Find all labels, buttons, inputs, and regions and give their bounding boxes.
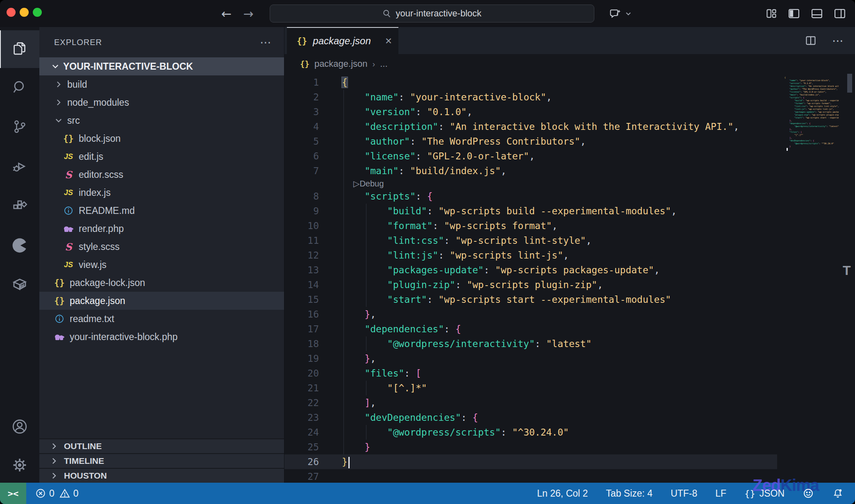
tab-package-json[interactable]: {} package.json × xyxy=(287,27,398,54)
code-line-22[interactable]: 22 ], xyxy=(284,395,777,410)
code-line-21[interactable]: 21 "[^.]*" xyxy=(284,381,777,395)
split-editor-icon[interactable] xyxy=(805,35,816,46)
tree-item-node-modules[interactable]: node_modules xyxy=(39,93,284,111)
circle-extension-icon[interactable] xyxy=(11,236,29,254)
tree-item-edit-js[interactable]: JSedit.js xyxy=(39,148,284,166)
breadcrumb-more[interactable]: ... xyxy=(380,59,387,69)
accounts-icon[interactable] xyxy=(11,418,29,436)
code-line-27[interactable]: 27 xyxy=(284,469,777,483)
chevron-down-icon[interactable] xyxy=(625,10,632,17)
line-number: 1 xyxy=(284,75,319,90)
extensions-icon[interactable] xyxy=(11,197,29,215)
code-line-25[interactable]: 25 } xyxy=(284,440,777,454)
code-line-6[interactable]: 6 "license": "GPL-2.0-or-later", xyxy=(284,149,777,163)
tree-item-index-js[interactable]: JSindex.js xyxy=(39,184,284,202)
code-line-4[interactable]: 4 "description": "An interactive block w… xyxy=(284,119,777,134)
sass-file-icon: S xyxy=(62,169,75,181)
status-notifications[interactable] xyxy=(832,488,844,499)
source-control-icon[interactable] xyxy=(11,118,29,136)
close-tab-icon[interactable]: × xyxy=(385,35,392,47)
tree-item-render-php[interactable]: render.php xyxy=(39,220,284,238)
breadcrumb[interactable]: {} package.json › ... xyxy=(284,54,855,74)
code-line-7[interactable]: 7 "main": "build/index.js", xyxy=(284,163,777,178)
code-line-23[interactable]: 23 "devDependencies": { xyxy=(284,410,777,425)
code-line-19[interactable]: 19 }, xyxy=(284,351,777,366)
tree-item-block-json[interactable]: {}block.json xyxy=(39,129,284,148)
panel-header-outline[interactable]: OUTLINE xyxy=(39,438,284,453)
explorer-title: EXPLORER xyxy=(54,38,102,47)
panel-header-timeline[interactable]: TIMELINE xyxy=(39,453,284,468)
status-encoding[interactable]: UTF-8 xyxy=(671,488,697,499)
navigate-back-icon[interactable]: ← xyxy=(221,7,232,21)
tree-item-readme-md[interactable]: README.md xyxy=(39,202,284,220)
status-cursor-position[interactable]: Ln 26, Col 2 xyxy=(537,488,588,499)
search-value: your-interactive-block xyxy=(396,8,481,19)
remote-indicator[interactable]: >< xyxy=(0,483,26,504)
tree-item-view-js[interactable]: JSview.js xyxy=(39,256,284,274)
scrollbar-thumb[interactable] xyxy=(847,74,852,93)
run-and-debug-icon[interactable] xyxy=(11,157,29,175)
settings-icon[interactable] xyxy=(11,456,29,474)
project-root-row[interactable]: YOUR-INTERACTIVE-BLOCK xyxy=(39,57,284,75)
code-line-20[interactable]: 20 "files": [ xyxy=(284,366,777,381)
tree-item-readme-txt[interactable]: readme.txt xyxy=(39,310,284,328)
status-feedback[interactable] xyxy=(803,488,814,499)
feedback-icon xyxy=(803,488,814,499)
toggle-panel-icon[interactable] xyxy=(811,7,823,20)
code-line-3[interactable]: 3 "version": "0.1.0", xyxy=(284,104,777,119)
tree-item-src[interactable]: src xyxy=(39,111,284,129)
problems-status[interactable]: 0 0 xyxy=(35,488,79,499)
code-line-5[interactable]: 5 "author": "The WordPress Contributors"… xyxy=(284,134,777,149)
close-window-button[interactable] xyxy=(7,8,16,17)
line-content: }, xyxy=(319,307,376,322)
code-line-9[interactable]: 9 "build": "wp-scripts build --experimen… xyxy=(284,204,777,218)
code-line-10[interactable]: 10 "format": "wp-scripts format", xyxy=(284,218,777,233)
search-icon[interactable] xyxy=(11,78,29,96)
code-line-1[interactable]: 1{ xyxy=(284,75,777,90)
tree-item-build[interactable]: build xyxy=(39,75,284,93)
panel-header-houston[interactable]: HOUSTON xyxy=(39,468,284,483)
line-number: 9 xyxy=(284,204,319,218)
minimap[interactable]: { "name": "your-interactive-block", "ver… xyxy=(782,74,839,154)
zoom-window-button[interactable] xyxy=(33,8,42,17)
copilot-chat-icon[interactable] xyxy=(609,7,622,20)
tree-item-editor-scss[interactable]: Seditor.scss xyxy=(39,166,284,184)
code-line-8[interactable]: 8 "scripts": { xyxy=(284,189,777,204)
code-line-24[interactable]: 24 "@wordpress/scripts": "^30.24.0" xyxy=(284,425,777,440)
code-line-2[interactable]: 2 "name": "your-interactive-block", xyxy=(284,90,777,104)
line-content: "main": "build/index.js", xyxy=(319,163,507,178)
file-label: edit.js xyxy=(79,151,103,162)
explorer-more-actions-icon[interactable]: ⋯ xyxy=(260,36,272,49)
codelens-debug[interactable]: ▷Debug xyxy=(284,178,777,189)
file-label: package.json xyxy=(70,295,125,306)
tree-item-style-scss[interactable]: Sstyle.scss xyxy=(39,238,284,256)
status-eol[interactable]: LF xyxy=(715,488,726,499)
code-line-16[interactable]: 16 }, xyxy=(284,307,777,322)
tree-item-package-json[interactable]: {}package.json xyxy=(39,292,284,310)
minimize-window-button[interactable] xyxy=(20,8,29,17)
code-line-26[interactable]: 26} xyxy=(284,454,777,469)
navigate-forward-icon[interactable]: → xyxy=(243,7,253,21)
toggle-secondary-sidebar-icon[interactable] xyxy=(834,7,846,20)
code-line-14[interactable]: 14 "plugin-zip": "wp-scripts plugin-zip"… xyxy=(284,277,777,292)
status-indentation[interactable]: Tab Size: 4 xyxy=(606,488,653,499)
code-line-12[interactable]: 12 "lint:js": "wp-scripts lint-js", xyxy=(284,248,777,263)
chevron-down-icon xyxy=(53,116,64,125)
code-editor[interactable]: 1{2 "name": "your-interactive-block",3 "… xyxy=(284,74,855,483)
code-line-11[interactable]: 11 "lint:css": "wp-scripts lint-style", xyxy=(284,233,777,248)
code-line-18[interactable]: 18 "@wordpress/interactivity": "latest" xyxy=(284,336,777,351)
breadcrumb-file[interactable]: package.json xyxy=(314,59,368,69)
tree-item-package-lock-json[interactable]: {}package-lock.json xyxy=(39,274,284,292)
tree-item-your-interactive-block-php[interactable]: your-interactive-block.php xyxy=(39,328,284,346)
code-line-17[interactable]: 17 "dependencies": { xyxy=(284,322,777,336)
package-box-extension-icon[interactable] xyxy=(11,275,29,293)
explorer-icon[interactable] xyxy=(11,39,29,57)
command-center-search[interactable]: your-interactive-block xyxy=(270,5,594,23)
more-actions-icon[interactable]: ⋯ xyxy=(832,34,844,48)
line-number: 19 xyxy=(284,351,319,366)
status-language-mode[interactable]: {}JSON xyxy=(744,488,785,499)
toggle-primary-sidebar-icon[interactable] xyxy=(788,7,800,20)
code-line-13[interactable]: 13 "packages-update": "wp-scripts packag… xyxy=(284,263,777,277)
code-line-15[interactable]: 15 "start": "wp-scripts start --experime… xyxy=(284,292,777,307)
customize-layout-icon[interactable] xyxy=(766,8,777,19)
